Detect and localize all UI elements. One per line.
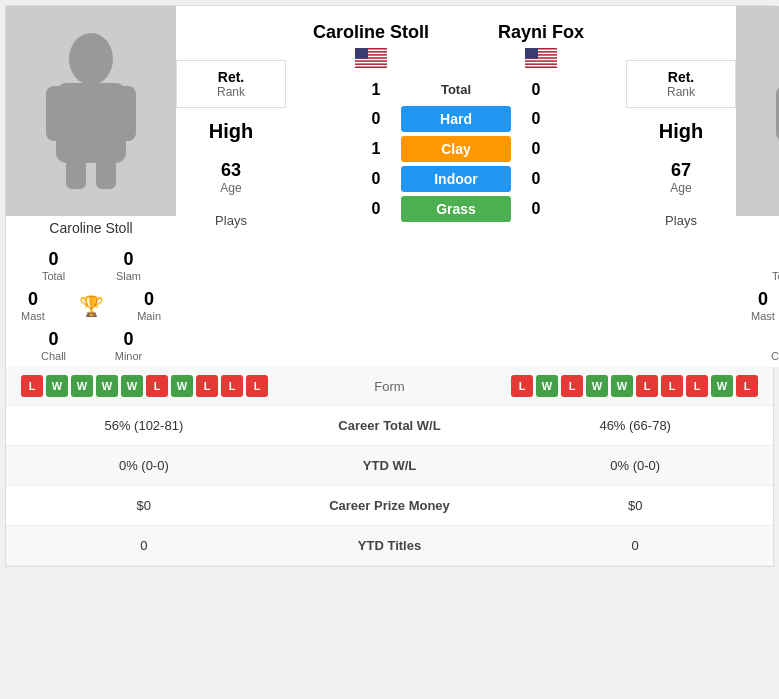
right-high-text: High: [659, 112, 703, 151]
right-player-block: Rayni Fox 0 Total 0 Slam 0 M: [736, 6, 779, 367]
svg-rect-2: [46, 86, 66, 141]
form-row: LWWWWLWLLL Form LWLWWLLLWL: [6, 367, 773, 406]
svg-rect-10: [355, 59, 387, 61]
svg-rect-12: [355, 65, 387, 67]
form-label: Form: [330, 379, 450, 394]
form-badge-l: L: [511, 375, 533, 397]
names-row: Caroline Stoll: [286, 6, 626, 68]
left-chall-grid: 0 Chall 0 Minor: [21, 324, 161, 367]
total-row: 1 Total 0: [286, 77, 626, 102]
right-player-header: Rayni Fox: [456, 14, 626, 68]
svg-rect-5: [96, 159, 116, 189]
right-total-label: Total: [772, 270, 779, 282]
form-badge-l: L: [196, 375, 218, 397]
form-badge-w: W: [586, 375, 608, 397]
left-player-name-center: Caroline Stoll: [313, 22, 429, 43]
form-badge-w: W: [536, 375, 558, 397]
right-plays-box: Plays: [626, 208, 736, 233]
svg-rect-20: [525, 65, 557, 67]
form-badge-w: W: [611, 375, 633, 397]
left-player-photo: [6, 6, 176, 216]
left-main-label: Main: [137, 310, 161, 322]
form-badge-l: L: [221, 375, 243, 397]
left-mast: 0 Mast: [21, 289, 45, 322]
svg-rect-19: [525, 62, 557, 64]
grass-btn: Grass: [401, 196, 511, 222]
stat-left-1: 0% (0-0): [21, 458, 267, 473]
left-chall-value: 0: [48, 329, 58, 350]
right-info-col: Ret. Rank High 67 Age Plays: [626, 6, 736, 367]
main-card: Caroline Stoll 0 Total 0 Slam 0: [5, 5, 774, 567]
svg-rect-4: [66, 159, 86, 189]
indoor-row: 0 Indoor 0: [286, 166, 626, 192]
left-age-value: 63: [181, 160, 281, 181]
left-total-label: Total: [42, 270, 65, 282]
left-high-text: High: [209, 112, 253, 151]
form-badge-l: L: [661, 375, 683, 397]
form-badge-l: L: [246, 375, 268, 397]
clay-left-score: 1: [361, 140, 391, 158]
right-chall: 0 Chall: [751, 329, 779, 362]
left-stats-grid: 0 Total 0 Slam: [21, 244, 161, 287]
right-age-box: 67 Age: [626, 155, 736, 200]
left-trophy-icon: 🏆: [79, 294, 104, 318]
total-left-score: 1: [361, 81, 391, 99]
left-rank-box: Ret. Rank: [176, 60, 286, 108]
form-badge-w: W: [171, 375, 193, 397]
right-player-name-center: Rayni Fox: [498, 22, 584, 43]
indoor-btn: Indoor: [401, 166, 511, 192]
right-player-photo: [736, 6, 779, 216]
left-plays-box: Plays: [176, 208, 286, 233]
center-block: Caroline Stoll: [286, 6, 626, 367]
stat-left-2: $0: [21, 498, 267, 513]
total-right-score: 0: [521, 81, 551, 99]
hard-left-score: 0: [361, 110, 391, 128]
form-badge-w: W: [96, 375, 118, 397]
svg-rect-3: [116, 86, 136, 141]
right-flag-icon: [525, 48, 557, 68]
right-chall-label: Chall: [771, 350, 779, 362]
left-rank-label: Rank: [182, 85, 280, 99]
left-slam: 0 Slam: [96, 249, 161, 282]
left-minor: 0 Minor: [96, 329, 161, 362]
hard-row: 0 Hard 0: [286, 106, 626, 132]
form-badge-l: L: [686, 375, 708, 397]
right-mast-label: Mast: [751, 310, 775, 322]
form-badge-l: L: [146, 375, 168, 397]
left-mast-label: Mast: [21, 310, 45, 322]
left-chall-label: Chall: [41, 350, 66, 362]
left-player-header: Caroline Stoll: [286, 14, 456, 68]
grass-left-score: 0: [361, 200, 391, 218]
hard-btn: Hard: [401, 106, 511, 132]
indoor-left-score: 0: [361, 170, 391, 188]
right-chall-grid: 0 Chall 0 Minor: [751, 324, 779, 367]
stat-right-0: 46% (66-78): [512, 418, 758, 433]
page-container: Caroline Stoll 0 Total 0 Slam 0: [0, 5, 779, 567]
form-badge-l: L: [636, 375, 658, 397]
right-mast-value: 0: [758, 289, 768, 310]
form-badge-w: W: [46, 375, 68, 397]
right-rank-box: Ret. Rank: [626, 60, 736, 108]
left-age-box: 63 Age: [176, 155, 286, 200]
stat-right-2: $0: [512, 498, 758, 513]
stat-left-3: 0: [21, 538, 267, 553]
left-flag-icon: [355, 48, 387, 68]
grass-row: 0 Grass 0: [286, 196, 626, 222]
left-player-block: Caroline Stoll 0 Total 0 Slam 0: [6, 6, 176, 367]
stat-row-1: 0% (0-0) YTD W/L 0% (0-0): [6, 446, 773, 486]
clay-btn: Clay: [401, 136, 511, 162]
left-age-label: Age: [181, 181, 281, 195]
left-mast-value: 0: [28, 289, 38, 310]
form-badges-right: LWLWWLLLWL: [450, 375, 759, 397]
svg-rect-18: [525, 59, 557, 61]
right-rank-value: Ret.: [632, 69, 730, 85]
svg-rect-1: [56, 83, 126, 163]
left-total: 0 Total: [21, 249, 86, 282]
total-btn: Total: [401, 77, 511, 102]
stat-left-0: 56% (102-81): [21, 418, 267, 433]
right-plays-label: Plays: [665, 213, 697, 228]
stat-label-3: YTD Titles: [267, 538, 513, 553]
form-badge-w: W: [711, 375, 733, 397]
right-total: 0 Total: [751, 249, 779, 282]
right-age-label: Age: [631, 181, 731, 195]
